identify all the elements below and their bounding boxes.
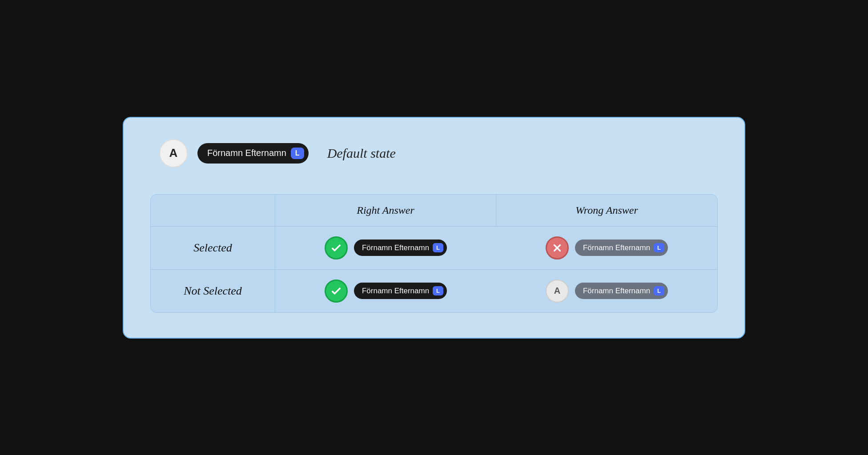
lang-badge: L: [291, 148, 304, 159]
default-name-pill: Förnamn Efternamn L: [197, 143, 309, 164]
lang-badge-sm: L: [433, 243, 443, 252]
selected-wrong-pill: Förnamn Efternamn L: [575, 239, 668, 256]
lang-badge-sm-wrong: L: [654, 243, 664, 252]
selected-right-pill: Förnamn Efternamn L: [354, 239, 447, 256]
table-row: Not Selected Förnamn Efternamn L A: [151, 270, 717, 312]
row-label-selected: Selected: [151, 227, 275, 269]
check-icon-2: [325, 279, 348, 303]
col-header-right: Right Answer: [275, 195, 496, 226]
lang-badge-sm-3: L: [654, 286, 664, 295]
not-selected-right-answer-cell: Förnamn Efternamn L: [275, 270, 496, 312]
not-selected-right-pill: Förnamn Efternamn L: [354, 283, 447, 299]
avatar: A: [159, 139, 188, 168]
selected-right-answer-cell: Förnamn Efternamn L: [275, 227, 496, 269]
lang-badge-sm-2: L: [433, 286, 443, 295]
avatar-small: A: [546, 279, 569, 303]
default-state-row: A Förnamn Efternamn L Default state: [150, 139, 718, 168]
x-svg: [551, 242, 563, 254]
avatar-letter: A: [169, 146, 178, 160]
check-svg: [330, 242, 342, 254]
main-card: A Förnamn Efternamn L Default state Righ…: [123, 117, 745, 339]
states-table: Right Answer Wrong Answer Selected Förna…: [150, 194, 718, 313]
col-header-wrong: Wrong Answer: [496, 195, 717, 226]
row-label-not-selected: Not Selected: [151, 270, 275, 312]
x-icon: [546, 236, 569, 259]
not-selected-wrong-pill: Förnamn Efternamn L: [575, 283, 668, 299]
col-header-empty: [151, 195, 275, 226]
pill-name-text: Förnamn Efternamn: [207, 148, 286, 158]
table-row: Selected Förnamn Efternamn L: [151, 227, 717, 270]
table-header: Right Answer Wrong Answer: [151, 195, 717, 227]
default-state-label: Default state: [327, 146, 396, 161]
check-icon: [325, 236, 348, 259]
not-selected-wrong-answer-cell: A Förnamn Efternamn L: [496, 270, 717, 312]
check-svg-2: [330, 285, 342, 297]
selected-wrong-answer-cell: Förnamn Efternamn L: [496, 227, 717, 269]
